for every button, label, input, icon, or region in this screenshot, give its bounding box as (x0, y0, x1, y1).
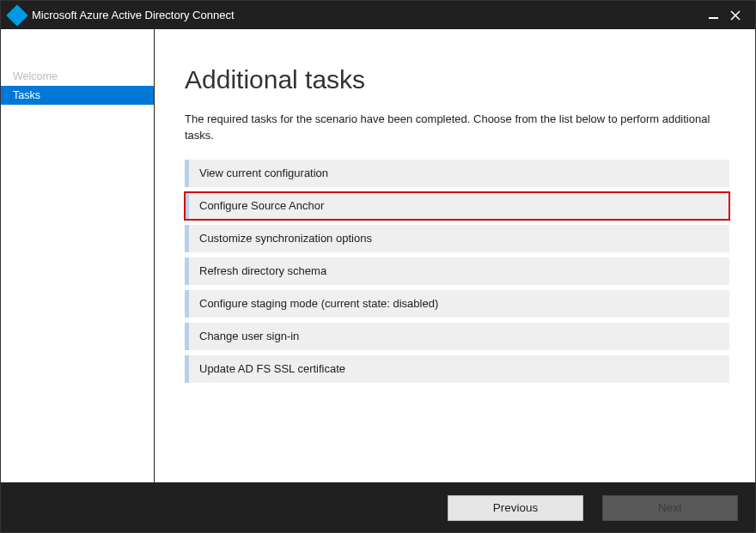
task-refresh-schema[interactable]: Refresh directory schema (185, 257, 729, 285)
task-label: Configure Source Anchor (199, 199, 324, 212)
next-button: Next (602, 495, 738, 521)
titlebar: Microsoft Azure Active Directory Connect (1, 1, 755, 29)
task-label: Update AD FS SSL certificate (199, 362, 345, 375)
task-customize-sync[interactable]: Customize synchronization options (185, 225, 729, 252)
footer: Previous Next (1, 482, 755, 533)
page-description: The required tasks for the scenario have… (185, 112, 729, 144)
task-configure-staging-mode[interactable]: Configure staging mode (current state: d… (185, 290, 729, 318)
sidebar-item-label: Welcome (13, 70, 58, 82)
task-accent-bar (185, 290, 189, 318)
page-title: Additional tasks (185, 65, 729, 94)
task-list: View current configuration Configure Sou… (185, 160, 729, 383)
task-accent-bar (185, 257, 189, 285)
task-change-user-sign-in[interactable]: Change user sign-in (185, 323, 729, 350)
task-update-adfs-ssl[interactable]: Update AD FS SSL certificate (185, 355, 729, 383)
content-area: Welcome Tasks Additional tasks The requi… (1, 29, 755, 482)
main-panel: Additional tasks The required tasks for … (155, 29, 755, 482)
button-label: Previous (493, 501, 539, 514)
sidebar-item-welcome[interactable]: Welcome (1, 67, 154, 86)
task-accent-bar (185, 160, 189, 187)
task-view-configuration[interactable]: View current configuration (185, 160, 729, 187)
azure-icon (6, 4, 27, 26)
task-label: Configure staging mode (current state: d… (199, 297, 438, 310)
previous-button[interactable]: Previous (448, 495, 583, 521)
task-label: Refresh directory schema (199, 264, 326, 277)
minimize-button[interactable] (702, 4, 724, 27)
sidebar: Welcome Tasks (1, 29, 155, 482)
task-accent-bar (185, 192, 189, 220)
task-label: View current configuration (199, 167, 328, 179)
button-label: Next (658, 501, 682, 514)
task-accent-bar (185, 323, 189, 350)
sidebar-item-tasks[interactable]: Tasks (1, 86, 154, 105)
task-label: Change user sign-in (199, 330, 299, 342)
task-accent-bar (185, 355, 189, 383)
window-title: Microsoft Azure Active Directory Connect (32, 9, 235, 21)
sidebar-item-label: Tasks (13, 89, 40, 101)
task-configure-source-anchor[interactable]: Configure Source Anchor (185, 192, 729, 220)
task-label: Customize synchronization options (199, 232, 372, 245)
close-button[interactable] (724, 4, 747, 27)
task-accent-bar (185, 225, 189, 252)
